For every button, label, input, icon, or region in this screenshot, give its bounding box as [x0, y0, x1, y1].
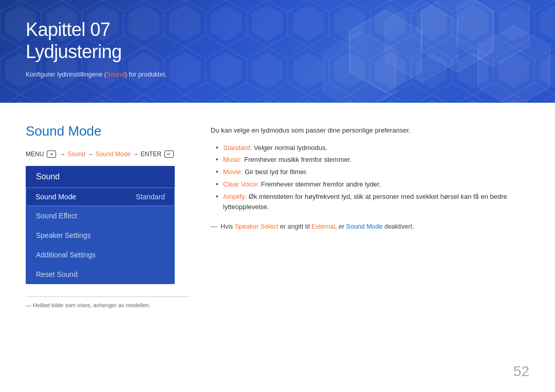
list-item: Standard: Velger normal lydmodus.	[216, 143, 529, 154]
sound-menu-header: Sound	[26, 166, 175, 188]
speaker-select-highlight: Speaker Select	[235, 223, 279, 230]
subtitle-prefix: Konfigurer lydinnstillingene (	[26, 71, 106, 78]
menu-item-label: Additional Settings	[36, 251, 96, 259]
bullet-text: Øk intensiteten for høyfrekvent lyd, sli…	[223, 193, 507, 211]
menu-icon: ≡	[47, 151, 56, 158]
menu-sound-mode: Sound Mode	[96, 151, 131, 158]
bullet-text: Gir best lyd for filmer.	[245, 168, 308, 176]
page-number: 52	[513, 363, 529, 380]
section-title: Sound Mode	[26, 123, 190, 139]
arrow2: →	[87, 151, 94, 158]
list-item: Clear Voice: Fremhever stemmer fremfor a…	[216, 179, 529, 190]
subtitle-suffix: ) for produktet.	[125, 71, 166, 78]
external-highlight: External	[311, 223, 335, 230]
sound-menu: Sound Sound Mode Standard Sound Effect S…	[26, 166, 175, 284]
main-title: Lydjustering	[26, 41, 529, 63]
bullet-text: Fremhever stemmer fremfor andre lyder.	[261, 180, 381, 188]
bullet-text: Velger normal lydmodus.	[254, 144, 327, 152]
bullet-highlight: Clear Voice:	[223, 180, 259, 188]
menu-path: MENU ≡ → Sound → Sound Mode → ENTER ↵	[26, 151, 190, 158]
menu-item-label: Reset Sound	[36, 270, 78, 278]
content-area: Sound Mode MENU ≡ → Sound → Sound Mode →…	[0, 103, 555, 324]
menu-item-sound-effect[interactable]: Sound Effect	[26, 206, 175, 226]
menu-item-additional-settings[interactable]: Additional Settings	[26, 245, 175, 265]
note-dash: ―	[211, 222, 217, 230]
bullet-highlight: Music:	[223, 156, 243, 163]
menu-sound: Sound	[67, 151, 85, 158]
bullet-highlight: Amplify:	[223, 193, 247, 200]
menu-item-label: Speaker Settings	[36, 231, 91, 239]
sound-mode-highlight: Sound Mode	[346, 223, 383, 230]
note-text: Hvis Speaker Select er angitt til Extern…	[220, 222, 414, 232]
menu-item-sound-mode[interactable]: Sound Mode Standard	[26, 188, 175, 206]
list-item: Movie: Gir best lyd for filmer.	[216, 167, 529, 178]
footnote-image: ― Hvilket bilde som vises, avhenger av m…	[26, 296, 190, 308]
header-subtitle: Konfigurer lydinnstillingene (Sound) for…	[26, 71, 529, 78]
header-banner: Kapittel 07 Lydjustering Konfigurer lydi…	[0, 0, 555, 103]
chapter-title: Kapittel 07	[26, 18, 529, 41]
list-item: Amplify: Øk intensiteten for høyfrekvent…	[216, 192, 529, 213]
menu-prefix: MENU	[26, 151, 44, 158]
menu-item-label: Sound Mode	[35, 193, 76, 201]
subtitle-highlight: Sound	[106, 71, 125, 78]
enter-icon: ↵	[164, 151, 174, 158]
bullet-highlight: Standard:	[223, 144, 252, 152]
menu-item-reset-sound[interactable]: Reset Sound	[26, 265, 175, 284]
list-item: Music: Fremhever musikk fremfor stemmer.	[216, 155, 529, 165]
right-column: Du kan velge en lydmodus som passer dine…	[211, 123, 529, 308]
bullet-text: Fremhever musikk fremfor stemmer.	[244, 156, 351, 163]
menu-item-speaker-settings[interactable]: Speaker Settings	[26, 226, 175, 245]
arrow3: → ENTER	[133, 151, 161, 158]
intro-text: Du kan velge en lydmodus som passer dine…	[211, 125, 529, 136]
menu-item-value: Standard	[136, 193, 165, 201]
bullet-list: Standard: Velger normal lydmodus. Music:…	[216, 143, 529, 213]
menu-item-label: Sound Effect	[36, 212, 77, 220]
note-box: ― Hvis Speaker Select er angitt til Exte…	[211, 222, 529, 232]
bullet-highlight: Movie:	[223, 168, 243, 176]
left-column: Sound Mode MENU ≡ → Sound → Sound Mode →…	[26, 123, 190, 308]
arrow1: →	[59, 151, 65, 158]
